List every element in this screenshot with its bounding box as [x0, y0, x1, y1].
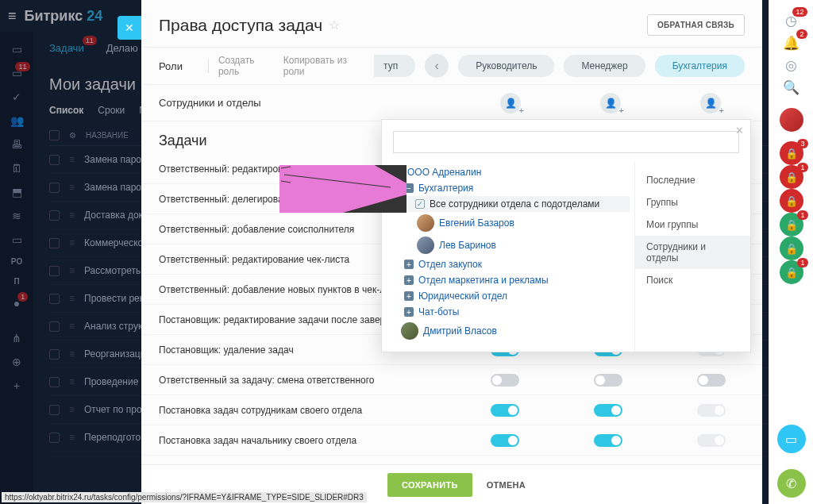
feedback-button[interactable]: ОБРАТНАЯ СВЯЗЬ: [647, 14, 745, 36]
toggle[interactable]: [491, 434, 519, 447]
permission-row: Постановка задач начальнику своего отдел…: [141, 425, 762, 456]
rsb-icon[interactable]: 🔔2: [780, 32, 803, 54]
role-pill[interactable]: Менеджер: [564, 55, 645, 77]
tree-dept[interactable]: +Юридический отдел: [393, 288, 626, 304]
roles-prev-button[interactable]: ‹: [425, 54, 449, 78]
tree-person[interactable]: Евгений Базаров: [393, 212, 626, 234]
popup-side-tabs: ПоследниеГруппыМои группыСотрудники и от…: [634, 161, 750, 352]
toggle[interactable]: [594, 434, 622, 447]
toggle[interactable]: [594, 374, 622, 387]
rsb-icon[interactable]: ◎: [780, 54, 803, 76]
tree-person[interactable]: Дмитрий Власов: [393, 320, 626, 342]
popup-tab[interactable]: Мои группы: [635, 214, 750, 236]
fab-chat-icon[interactable]: ▭: [777, 425, 806, 453]
roles-row: Роли Создать роль Копировать из роли туп…: [141, 48, 762, 84]
employees-row: Сотрудники и отделы 👤 👤 👤: [141, 84, 762, 121]
roles-block: Роли Создать роль Копировать из роли туп…: [141, 47, 762, 121]
add-user-icon[interactable]: 👤: [600, 93, 621, 113]
tree-dept[interactable]: +Чат-боты: [393, 304, 626, 320]
popup-search-input[interactable]: [393, 131, 739, 153]
create-role-link[interactable]: Создать роль: [218, 55, 274, 77]
tree-dept[interactable]: +Отдел маркетинга и рекламы: [393, 272, 626, 288]
user-selector-popup: ✕ −ООО Адреналин −Бухгалтерия ✓Все сотру…: [381, 119, 751, 352]
tree-person[interactable]: Лев Баринов: [393, 234, 626, 256]
checkbox-checked-icon[interactable]: ✓: [415, 199, 425, 209]
add-user-icon[interactable]: 👤: [700, 93, 721, 113]
lock-icon[interactable]: 🔒1: [780, 260, 803, 284]
toggle[interactable]: [697, 434, 726, 447]
toggle[interactable]: [697, 374, 726, 387]
lock-icon[interactable]: 🔒: [780, 189, 803, 213]
employees-label: Сотрудники и отделы: [159, 97, 261, 109]
org-tree: −ООО Адреналин −Бухгалтерия ✓Все сотрудн…: [382, 161, 634, 352]
popup-tab[interactable]: Поиск: [635, 269, 750, 291]
close-icon[interactable]: ✕: [735, 125, 744, 137]
right-sidebar: ◷12🔔2◎🔍 🔒3🔒1🔒🔒1🔒🔒1 ▭ ✆: [769, 0, 813, 504]
add-user-icon[interactable]: 👤: [500, 93, 521, 113]
rsb-icon[interactable]: 🔍: [780, 76, 803, 98]
role-pill-partial[interactable]: туп: [374, 55, 415, 77]
permission-name: Ответственный за задачу: смена ответстве…: [159, 375, 491, 386]
lock-icon[interactable]: 🔒1: [780, 165, 803, 189]
roles-label: Роли: [159, 60, 198, 72]
avatar: [401, 322, 418, 340]
panel-header: Права доступа задач☆ ОБРАТНАЯ СВЯЗЬ: [141, 0, 762, 47]
popup-tab[interactable]: Последние: [635, 169, 750, 191]
role-pill-active[interactable]: Бухгалтерия: [655, 55, 745, 77]
status-url: https://oktyabr.bitrix24.ru/tasks/config…: [2, 492, 367, 502]
lock-icon[interactable]: 🔒1: [780, 213, 803, 237]
permission-row: Ответственный за задачу: смена ответстве…: [141, 365, 762, 395]
role-pill[interactable]: Руководитель: [458, 55, 554, 77]
tree-dept[interactable]: −Бухгалтерия: [393, 180, 626, 196]
popup-tab[interactable]: Сотрудники и отделы: [635, 236, 750, 269]
toggle[interactable]: [697, 404, 726, 417]
toggle[interactable]: [491, 374, 519, 387]
favorite-star-icon[interactable]: ☆: [329, 17, 340, 33]
avatar: [417, 237, 434, 254]
avatar: [417, 214, 434, 232]
tree-dept[interactable]: +Отдел закупок: [393, 256, 626, 272]
lock-icon[interactable]: 🔒3: [780, 141, 803, 165]
permission-row: Постановка задач сотрудникам своего отде…: [141, 395, 762, 425]
tree-all-subdept[interactable]: ✓Все сотрудники отдела с подотделами: [393, 196, 630, 212]
user-avatar[interactable]: [780, 108, 803, 132]
cancel-button[interactable]: ОТМЕНА: [487, 480, 526, 490]
rsb-icon[interactable]: ◷12: [780, 10, 803, 32]
permission-name: Постановка задач начальнику своего отдел…: [159, 435, 491, 446]
copy-role-link[interactable]: Копировать из роли: [283, 55, 364, 77]
page-title: Права доступа задач☆: [159, 16, 340, 35]
permission-name: Постановка задач сотрудникам своего отде…: [159, 405, 491, 416]
lock-icon[interactable]: 🔒: [780, 237, 803, 260]
toggle[interactable]: [491, 404, 519, 417]
toggle[interactable]: [594, 404, 622, 417]
close-panel-button[interactable]: ✕: [118, 16, 141, 40]
tree-company[interactable]: −ООО Адреналин: [393, 164, 626, 180]
save-button[interactable]: СОХРАНИТЬ: [387, 473, 472, 497]
fab-call-icon[interactable]: ✆: [777, 469, 806, 498]
role-pills: туп ‹ Руководитель Менеджер Бухгалтерия: [374, 54, 745, 78]
popup-tab[interactable]: Группы: [635, 191, 750, 214]
